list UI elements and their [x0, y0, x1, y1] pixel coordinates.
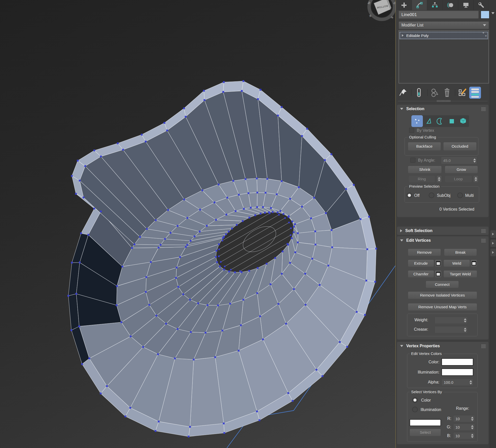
rollout-selection-header[interactable]: Selection	[397, 105, 488, 113]
spinner-arrows-icon[interactable]	[463, 317, 467, 324]
preview-multi-radio[interactable]	[457, 193, 463, 198]
viewcube[interactable]: W S N E BOTTOM	[365, 0, 398, 24]
spinner-arrows-icon[interactable]	[472, 157, 477, 164]
subobject-element-button[interactable]	[457, 115, 469, 127]
stack-plus-icon: +	[482, 31, 484, 35]
rollout-vertex-properties-header[interactable]: Vertex Properties	[397, 342, 488, 350]
tab-modify[interactable]	[412, 0, 427, 10]
by-angle-checkbox[interactable]	[410, 158, 415, 163]
spinner-arrows-icon[interactable]	[470, 415, 475, 422]
subobject-border-button[interactable]	[434, 115, 446, 127]
spinner-arrows-icon[interactable]	[468, 379, 473, 386]
rollout-quick-button[interactable]	[490, 249, 496, 256]
rollout-quick-button[interactable]	[490, 230, 496, 238]
tab-display[interactable]	[458, 0, 474, 10]
subobject-edge-button[interactable]	[423, 115, 434, 127]
polygon-icon	[448, 117, 455, 125]
weld-settings-button[interactable]	[471, 260, 477, 267]
drag-handle-icon[interactable]	[481, 229, 486, 233]
tab-utilities[interactable]	[474, 0, 489, 10]
show-end-result-button[interactable]	[415, 88, 423, 98]
target-weld-button[interactable]: Target Weld	[443, 270, 477, 278]
stack-item-editable-poly[interactable]: Editable Poly + +	[399, 32, 488, 39]
select-by-color-swatch[interactable]	[410, 419, 441, 426]
edit-stack-button[interactable]	[469, 87, 481, 99]
backface-button[interactable]: Backface	[408, 142, 441, 151]
weld-button[interactable]: Weld	[443, 260, 470, 267]
editable-poly-mesh	[0, 0, 395, 448]
pin-stack-button[interactable]	[399, 88, 408, 97]
spinner-arrows-icon[interactable]	[470, 424, 475, 430]
connect-button[interactable]: Connect	[426, 281, 459, 288]
chamfer-button[interactable]: Chamfer	[408, 270, 434, 278]
configure-modifier-sets-button[interactable]	[458, 88, 467, 98]
panel-resize-handle[interactable]	[437, 100, 451, 102]
extrude-button[interactable]: Extrude	[408, 260, 434, 267]
rollout-soft-selection-header[interactable]: Soft Selection	[397, 227, 488, 235]
settings-window-icon	[472, 261, 476, 265]
select-button[interactable]: Select	[410, 429, 441, 436]
occluded-button[interactable]: Occluded	[443, 142, 477, 151]
crease-value	[435, 326, 463, 333]
object-name-field[interactable]: Line001	[399, 11, 479, 19]
remove-modifier-button[interactable]	[443, 88, 451, 98]
rollout-title: Vertex Properties	[406, 344, 440, 348]
grow-button[interactable]: Grow	[445, 166, 478, 173]
rollout-edit-vertices-header[interactable]: Edit Vertices	[397, 236, 488, 245]
g-label: G:	[447, 425, 451, 429]
remove-isolated-vertices-button[interactable]: Remove Isolated Vertices	[408, 291, 477, 299]
shrink-button[interactable]: Shrink	[408, 166, 442, 173]
by-angle-spinner[interactable]: 45.0	[441, 157, 477, 164]
crease-spinner[interactable]	[435, 326, 468, 333]
modifier-list-label: Modifier List	[401, 23, 423, 28]
vertex-color-swatch[interactable]	[441, 358, 473, 366]
spinner-arrows-icon[interactable]	[470, 432, 475, 439]
b-spinner[interactable]: 10	[453, 432, 475, 439]
remove-unused-map-verts-button[interactable]: Remove Unused Map Verts	[408, 303, 477, 311]
loop-spinner[interactable]	[473, 175, 478, 183]
ring-button[interactable]: Ring	[409, 175, 435, 183]
strip-chevron-down-icon[interactable]	[491, 12, 494, 14]
by-vertex-checkbox[interactable]	[409, 128, 414, 133]
spinner-arrows-icon[interactable]	[463, 326, 467, 333]
tab-create[interactable]	[396, 0, 412, 10]
make-unique-button[interactable]	[430, 88, 440, 98]
b-value: 10	[453, 432, 470, 439]
configure-modifier-sets-icon	[458, 88, 467, 98]
rollout-quick-button[interactable]	[490, 239, 496, 247]
drag-handle-icon[interactable]	[481, 344, 486, 348]
illumination-color-swatch[interactable]	[441, 368, 473, 376]
preview-off-radio[interactable]	[407, 193, 412, 198]
preview-subobj-label: SubObj	[437, 193, 450, 198]
break-button[interactable]: Break	[444, 249, 477, 256]
weight-spinner[interactable]	[435, 317, 468, 324]
chamfer-settings-button[interactable]	[435, 270, 441, 278]
subobject-vertex-button[interactable]	[411, 115, 423, 127]
expand-arrow-icon[interactable]	[402, 34, 404, 37]
hierarchy-icon	[432, 2, 438, 8]
preview-subobj-radio[interactable]	[429, 193, 434, 198]
tab-hierarchy[interactable]	[427, 0, 443, 10]
ring-spinner[interactable]	[437, 175, 442, 183]
extrude-settings-button[interactable]	[435, 260, 441, 267]
tab-motion[interactable]	[443, 0, 458, 10]
object-color-swatch[interactable]	[481, 11, 489, 19]
drag-handle-icon[interactable]	[481, 107, 486, 111]
r-spinner[interactable]: 10	[453, 415, 475, 422]
element-icon	[459, 117, 467, 125]
remove-button[interactable]: Remove	[408, 249, 441, 256]
make-unique-icon	[430, 88, 440, 98]
modifier-list-dropdown[interactable]: Modifier List	[399, 21, 489, 29]
alpha-spinner[interactable]: 100.0	[441, 379, 473, 386]
drag-handle-icon[interactable]	[481, 239, 486, 242]
subobject-polygon-button[interactable]	[446, 115, 457, 127]
loop-button[interactable]: Loop	[445, 175, 472, 183]
viewport[interactable]: W S N E BOTTOM	[0, 0, 396, 448]
select-by-illumination-radio[interactable]	[412, 407, 418, 412]
crease-label: Crease:	[411, 327, 428, 332]
b-label: B:	[447, 433, 451, 438]
modifier-stack[interactable]: Editable Poly + +	[399, 30, 489, 83]
select-by-color-radio[interactable]	[412, 397, 418, 403]
stack-item-label: Editable Poly	[406, 33, 429, 38]
g-spinner[interactable]: 10	[453, 424, 475, 431]
